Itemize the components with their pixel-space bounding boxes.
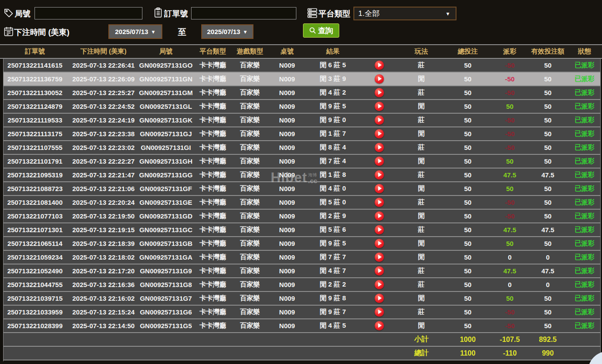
payout-cell: 47.5 [491,171,529,179]
bet-side-cell: 莊 [398,88,445,97]
table-row[interactable]: 2507132210887232025-07-13 22:21:06GN0092… [0,182,602,196]
total-bet-cell: 50 [445,212,491,220]
play-icon[interactable] [375,129,384,138]
bet-time-cell: 2025-07-13 22:18:02 [70,253,137,261]
play-icon[interactable] [375,253,384,262]
column-header: 平台類型 [195,47,231,56]
play-icon[interactable] [375,225,384,234]
table-row[interactable]: 2507132210283992025-07-13 22:14:50GN0092… [0,319,602,333]
payout-cell: -50 [491,308,529,316]
grand_total-payout: -110 [491,349,529,357]
table-number-cell: N009 [269,281,305,288]
payout-cell: 50 [491,295,529,302]
game-type-cell: 百家樂 [231,184,269,193]
result-cell: 閒 9 莊 0 [305,116,360,124]
subtotal-row: 小計1000-107.5892.5 [0,333,602,347]
status-badge: 已派彩 [567,226,602,234]
table-row[interactable]: 2507132210953192025-07-13 22:21:47GN0092… [0,169,602,182]
table-row[interactable]: 2507132211075552025-07-13 22:23:02GN0092… [0,141,602,155]
play-icon[interactable] [375,280,384,289]
table-row[interactable]: 2507132210447552025-07-13 22:16:36GN0092… [0,278,602,292]
game-type-cell: 百家樂 [231,198,269,207]
result-cell: 閒 2 莊 2 [305,280,360,289]
orders-table: 訂單號下注時間 (美東)局號平台類型遊戲類型桌號結果玩法總投注派彩有效投注額狀態… [0,44,602,360]
round-number-cell: GN009257131GE [137,199,195,206]
play-icon[interactable] [375,102,384,111]
play-icon[interactable] [375,170,384,180]
table-left-border [0,59,4,361]
table-number-cell: N009 [269,212,305,220]
payout-cell: 50 [491,103,529,110]
play-icon[interactable] [375,307,384,317]
payout-cell: -50 [491,89,529,96]
play-icon[interactable] [375,211,384,221]
play-icon[interactable] [375,198,384,207]
round-number-cell: GN009257131GL [137,103,195,110]
table-row[interactable]: 2507132210397152025-07-13 22:16:02GN0092… [0,292,602,306]
bet-time-cell: 2025-07-13 22:21:06 [70,185,137,192]
result-cell: 閒 6 莊 5 [305,61,360,69]
table-row[interactable]: 2507132211195332025-07-13 22:24:19GN0092… [0,114,602,127]
column-header: 桌號 [269,47,305,56]
play-icon[interactable] [375,61,384,70]
platform-select[interactable]: 1.全部 ▼ [353,7,456,20]
table-number-cell: N009 [269,103,305,110]
bet-time-cell: 2025-07-13 22:21:47 [70,171,137,179]
round-label: 局號 [15,8,31,19]
payout-cell: -50 [491,116,529,124]
server-icon [307,8,318,19]
bet-side-cell: 莊 [398,143,445,152]
table-row[interactable]: 2507132211131752025-07-13 22:23:38GN0092… [0,127,602,141]
payout-cell: -50 [491,61,529,69]
play-icon[interactable] [375,115,384,125]
platform-type-label: 平台類型 [318,8,350,19]
table-row[interactable]: 2507132210713012025-07-13 22:19:15GN0092… [0,223,602,237]
play-icon[interactable] [375,74,384,84]
bet-time-cell: 2025-07-13 22:22:27 [70,157,137,165]
game-type-cell: 百家樂 [231,308,269,316]
play-icon[interactable] [375,184,384,193]
date-to-select[interactable]: 2025/07/13 ▼ [201,24,253,39]
table-row[interactable]: 2507132210524902025-07-13 22:17:20GN0092… [0,264,602,278]
valid-bet-cell: 50 [529,322,567,330]
date-from-select[interactable]: 2025/07/13 ▼ [108,24,162,39]
table-row[interactable]: 2507132210339592025-07-13 22:15:24GN0092… [0,306,602,319]
table-row[interactable]: 2507132210814002025-07-13 22:20:24GN0092… [0,196,602,210]
play-icon[interactable] [375,239,384,248]
table-row[interactable]: 2507132211248792025-07-13 22:24:52GN0092… [0,100,602,114]
order-number-cell: 250713221077103 [0,212,70,220]
play-cell [360,211,398,221]
status-badge: 已派彩 [567,171,602,179]
play-cell [360,225,398,234]
round-input[interactable] [35,7,142,19]
column-header: 總投注 [445,47,491,56]
order-number-cell: 250713221113175 [0,130,70,138]
play-icon[interactable] [375,143,384,152]
play-icon[interactable] [375,266,384,276]
result-cell: 閒 4 莊 5 [305,322,360,330]
table-row[interactable]: 2507132211017912025-07-13 22:22:27GN0092… [0,155,602,169]
table-row[interactable]: 2507132211367592025-07-13 22:26:09GN0092… [0,73,602,86]
play-icon[interactable] [375,294,384,303]
table-row[interactable]: 2507132211416152025-07-13 22:26:41GN0092… [0,59,602,73]
table-row[interactable]: 2507132210592342025-07-13 22:18:02GN0092… [0,251,602,264]
table-row[interactable]: 2507132210651142025-07-13 22:18:39GN0092… [0,237,602,251]
play-icon[interactable] [375,157,384,166]
order-input[interactable] [191,7,296,19]
order-number-cell: 250713221095319 [0,171,70,179]
round-number-cell: GN009257131GI [137,144,195,151]
order-number-cell: 250713221059234 [0,253,70,261]
play-icon[interactable] [375,321,384,330]
play-icon[interactable] [375,88,384,97]
result-cell: 閒 9 莊 8 [305,294,360,303]
table-row[interactable]: 2507132211300522025-07-13 22:25:27GN0092… [0,86,602,100]
payout-cell: 50 [491,157,529,165]
table-row[interactable]: 2507132210771032025-07-13 22:19:50GN0092… [0,210,602,223]
query-button[interactable]: 查詢 [303,23,339,38]
column-header: 局號 [137,47,195,56]
platform-cell: 卡卡灣廳 [195,280,231,289]
payout-cell: -50 [491,322,529,330]
order-number-cell: 250713221088723 [0,185,70,192]
total-bet-cell: 50 [445,295,491,302]
game-type-cell: 百家樂 [231,322,269,330]
